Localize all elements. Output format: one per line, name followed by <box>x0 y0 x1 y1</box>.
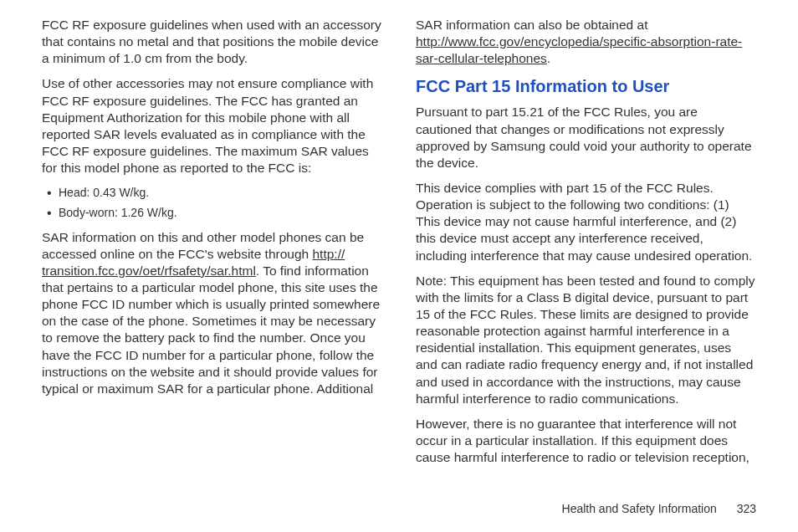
right-column: SAR information can also be obtained at … <box>416 17 756 485</box>
text-span: . To find information that pertains to a… <box>42 263 380 396</box>
page-number: 323 <box>737 502 756 515</box>
list-item: Head: 0.43 W/kg. <box>47 185 382 200</box>
body-text: SAR information can also be obtained at … <box>416 17 756 67</box>
text-span: . <box>547 51 550 65</box>
left-column: FCC RF exposure guidelines when used wit… <box>42 17 382 485</box>
page-footer: Health and Safety Information 323 <box>562 502 756 515</box>
body-text: Pursuant to part 15.21 of the FCC Rules,… <box>416 104 756 171</box>
body-text: Note: This equipment has been tested and… <box>416 273 756 407</box>
two-column-layout: FCC RF exposure guidelines when used wit… <box>42 17 756 485</box>
text-span: SAR information can also be obtained at <box>416 18 647 32</box>
body-text: Use of other accessories may not ensure … <box>42 75 382 176</box>
body-text: FCC RF exposure guidelines when used wit… <box>42 17 382 67</box>
body-text: This device complies with part 15 of the… <box>416 180 756 264</box>
section-heading: FCC Part 15 Information to User <box>416 75 756 97</box>
list-item: Body-worn: 1.26 W/kg. <box>47 205 382 220</box>
body-text: However, there is no guarantee that inte… <box>416 416 756 466</box>
fcc-encyclopedia-link[interactable]: http://www.fcc.gov/encyclopedia/specific… <box>416 34 742 65</box>
footer-section-title: Health and Safety Information <box>562 502 717 515</box>
sar-values-list: Head: 0.43 W/kg. Body-worn: 1.26 W/kg. <box>42 185 382 220</box>
body-text: SAR information on this and other model … <box>42 229 382 397</box>
